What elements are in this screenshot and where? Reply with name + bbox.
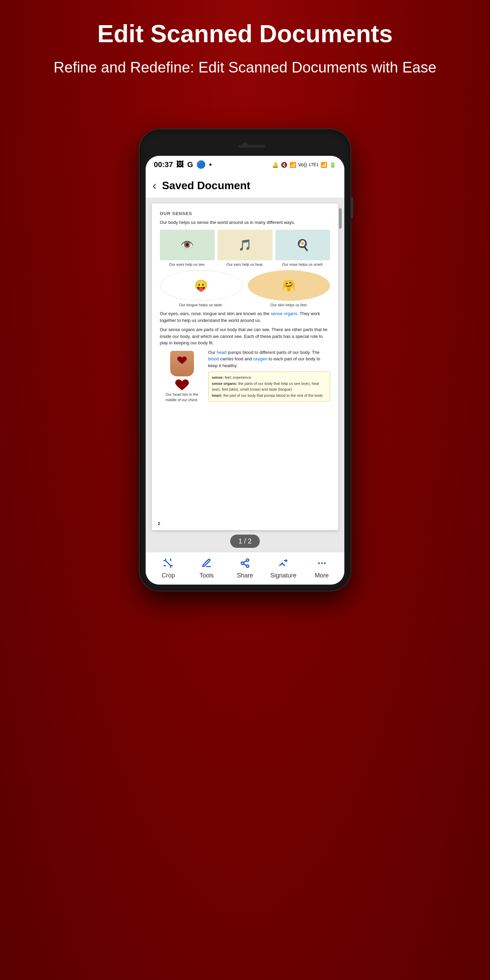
sense-nose: 🍳 Our nose helps us smell.: [275, 230, 331, 267]
crop-icon: [163, 558, 173, 570]
tools-label: Tools: [199, 572, 214, 579]
tools-tool[interactable]: Tools: [188, 558, 226, 579]
more-label: More: [315, 572, 329, 579]
status-battery-icon: 🔋: [329, 162, 336, 168]
eyes-caption: Our eyes help us see.: [160, 262, 215, 267]
nose-caption: Our nose helps us smell.: [275, 262, 331, 267]
svg-line-6: [243, 563, 247, 565]
more-icon: [317, 558, 327, 570]
highlight-sense-organs: sense organs.: [270, 311, 298, 316]
app-title: Saved Document: [162, 179, 250, 192]
oxygen-highlight: oxygen: [253, 356, 267, 361]
status-right: 🔔 🔇 📶 Vo)) LTE1 📶 🔋: [272, 162, 336, 168]
svg-line-7: [243, 561, 247, 563]
svg-line-0: [166, 560, 171, 566]
status-left: 00:37 🖼 G 🔵 •: [154, 160, 212, 169]
sense-tongue: 😛 Our tongue helps us taste.: [160, 270, 242, 308]
more-tool[interactable]: More: [302, 558, 341, 579]
sense-ears: 🎵 Our ears help us hear.: [218, 230, 272, 267]
tongue-caption: Our tongue helps us taste.: [160, 302, 242, 308]
signature-label: Signature: [270, 572, 296, 579]
skin-illustration: 🤗: [248, 270, 330, 301]
heart-image: Our heart lies in the middle of our ches…: [160, 349, 204, 403]
share-tool[interactable]: Share: [226, 558, 264, 579]
doc-paragraph-1: Our eyes, ears, nose, tongue and skin ar…: [160, 310, 331, 324]
heart-shape: [177, 356, 187, 366]
heart-caption: Our heart lies in the middle of our ches…: [160, 392, 204, 403]
phone-side-button: [350, 197, 353, 218]
document-page: OUR SENSES Our body helps us sense the w…: [152, 204, 339, 530]
senses-row-1: 👁️ Our eyes help us see. 🎵 Our ears help…: [160, 230, 331, 267]
sense-skin: 🤗 Our skin helps us feel.: [248, 270, 330, 308]
eyes-illustration: 👁️: [160, 230, 215, 260]
status-mute-icon: 🔇: [281, 162, 288, 168]
scroll-indicator[interactable]: [339, 208, 342, 229]
glossary-sense-organs-term: sense organs:: [212, 382, 237, 385]
page-title: Edit Scanned Documents: [27, 21, 463, 47]
share-icon: [240, 558, 250, 570]
document-area: OUR SENSES Our body helps us sense the w…: [146, 198, 344, 552]
phone-screen: 00:37 🖼 G 🔵 • 🔔 🔇 📶 Vo)) LTE1 📶 🔋: [146, 156, 344, 585]
phone-top-bar: [146, 135, 344, 156]
tools-icon: [202, 558, 212, 570]
torso-shape: [170, 351, 194, 376]
status-photo-icon: 🖼: [176, 160, 184, 169]
status-wifi-icon: 📶: [290, 162, 296, 168]
doc-intro: Our body helps us sense the world around…: [160, 219, 331, 226]
status-person-icon: 🔵: [196, 160, 205, 169]
doc-page-title: OUR SENSES: [160, 210, 331, 217]
signature-tool[interactable]: Signature: [264, 558, 302, 579]
status-dot: •: [209, 160, 212, 169]
phone-mockup: 00:37 🖼 G 🔵 • 🔔 🔇 📶 Vo)) LTE1 📶 🔋: [140, 129, 350, 591]
skin-caption: Our skin helps us feel.: [248, 302, 330, 308]
phone-speaker: [238, 145, 266, 148]
status-time: 00:37: [154, 160, 173, 169]
status-signal-icon: Vo)): [298, 162, 307, 167]
ears-caption: Our ears help us hear.: [218, 262, 272, 267]
doc-paragraph-2: Our sense organs are parts of our body t…: [160, 326, 331, 347]
app-header: ‹ Saved Document: [146, 173, 344, 198]
nose-illustration: 🍳: [275, 230, 331, 260]
header-section: Edit Scanned Documents Refine and Redefi…: [0, 21, 490, 77]
small-heart: [175, 379, 189, 392]
crop-tool[interactable]: Crop: [149, 558, 188, 579]
page-counter: 1 / 2: [231, 535, 260, 548]
heart-section: Our heart lies in the middle of our ches…: [160, 349, 331, 403]
share-label: Share: [237, 572, 253, 579]
body-torso: [167, 349, 197, 378]
back-button[interactable]: ‹: [153, 180, 156, 192]
blood-highlight: blood: [208, 356, 219, 361]
bottom-toolbar: Crop Tools: [146, 552, 344, 585]
doc-content: OUR SENSES Our body helps us sense the w…: [152, 204, 339, 530]
glossary-box: sense: feel; experience sense organs: th…: [208, 372, 331, 401]
status-bar: 00:37 🖼 G 🔵 • 🔔 🔇 📶 Vo)) LTE1 📶 🔋: [146, 156, 344, 173]
heart-highlight: heart: [217, 350, 227, 355]
status-bars-icon: 📶: [321, 162, 327, 168]
senses-row-2: 😛 Our tongue helps us taste. 🤗 Our skin …: [160, 270, 331, 308]
status-g-icon: G: [187, 160, 193, 169]
crop-label: Crop: [162, 572, 175, 579]
status-lte-icon: LTE1: [309, 162, 318, 167]
page-number: 2: [158, 520, 160, 527]
svg-point-10: [324, 562, 326, 564]
tongue-illustration: 😛: [160, 270, 242, 301]
glossary-sense-term: sense:: [212, 375, 224, 379]
glossary-heart-term: heart:: [212, 393, 223, 398]
svg-point-8: [318, 562, 320, 564]
page-subtitle: Refine and Redefine: Edit Scanned Docume…: [27, 57, 463, 77]
phone-frame: 00:37 🖼 G 🔵 • 🔔 🔇 📶 Vo)) LTE1 📶 🔋: [140, 129, 350, 591]
svg-point-9: [321, 562, 323, 564]
sense-eyes: 👁️ Our eyes help us see.: [160, 230, 215, 267]
signature-icon: [278, 558, 288, 570]
heart-text: Our heart pumps blood to different parts…: [208, 349, 331, 403]
status-bell-icon: 🔔: [272, 162, 279, 168]
ears-illustration: 🎵: [218, 230, 272, 260]
